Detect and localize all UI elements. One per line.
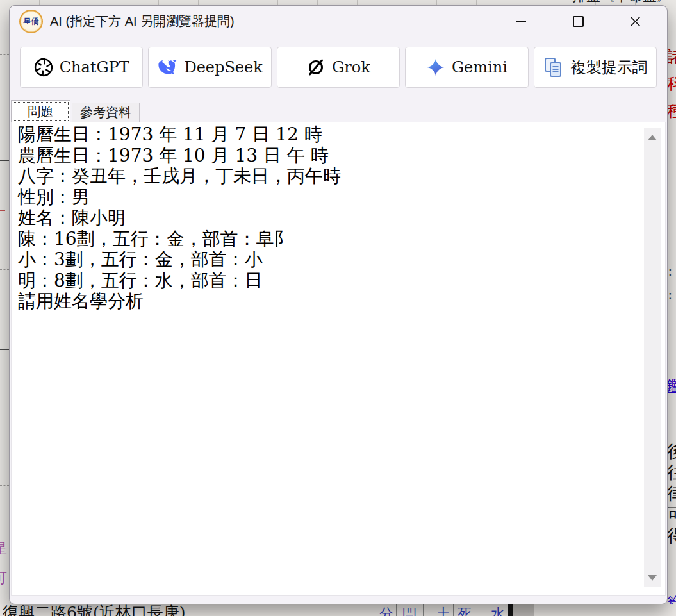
chatgpt-button-label: ChatGPT — [60, 58, 129, 76]
background-rule — [0, 210, 5, 211]
minimize-button[interactable] — [503, 6, 539, 36]
background-char-fragment: ∶ — [668, 290, 672, 303]
question-line: 農曆生日：1973 年 10 月 13 日 午 時 — [18, 146, 659, 167]
app-logo-icon: 星僑 — [19, 10, 43, 33]
background-table-line — [479, 604, 479, 616]
background-rule — [0, 160, 9, 161]
background-right-strip: 諸 科 種 ∶ ∶ 鑑 後 往 律 可 得 籤 — [666, 6, 676, 616]
background-address-text: 復興二路6號(近林口長庚) — [3, 604, 185, 616]
background-char-fragment: 星 — [0, 542, 7, 556]
background-char-fragment: 諸 — [667, 48, 676, 65]
chatgpt-icon — [34, 58, 53, 77]
question-line: 陽曆生日：1973 年 11 月 7 日 12 時 — [18, 124, 659, 146]
copy-icon — [543, 56, 565, 78]
background-bar — [513, 604, 534, 616]
question-textbox[interactable]: 陽曆生日：1973 年 11 月 7 日 12 時 農曆生日：1973 年 10… — [12, 122, 665, 314]
question-tab-panel: 陽曆生日：1973 年 11 月 7 日 12 時 農曆生日：1973 年 10… — [11, 122, 666, 596]
close-icon — [630, 16, 641, 27]
background-rule — [0, 269, 9, 270]
gemini-button[interactable]: Gemini — [405, 47, 528, 88]
background-rule — [0, 349, 9, 350]
tab-reference[interactable]: 參考資料 — [72, 103, 140, 122]
background-char-fragment: 律 — [667, 485, 676, 502]
background-char-fragment: 水 — [491, 604, 505, 616]
background-char-fragment: 得 — [667, 527, 676, 544]
question-line: 請用姓名學分析 — [18, 291, 659, 312]
maximize-button[interactable] — [560, 6, 596, 36]
scroll-down-icon[interactable] — [648, 575, 657, 581]
background-char-fragment: 可 — [0, 571, 7, 585]
question-line: 八字：癸丑年，壬戌月，丁未日，丙午時 — [18, 166, 659, 187]
grok-icon — [306, 58, 326, 77]
background-char-fragment: 後 — [667, 442, 676, 460]
background-char-fragment: 土 — [436, 604, 450, 616]
background-table-line — [396, 604, 397, 616]
chatgpt-button[interactable]: ChatGPT — [20, 47, 143, 88]
background-char-fragment: 往 — [667, 463, 676, 481]
background-char-fragment: 可 — [667, 506, 676, 523]
question-line: 小：3劃，五行：金，部首：小 — [18, 249, 659, 271]
background-bottom-strip: 復興二路6號(近林口長庚) 分 閂 土 死 水 — [0, 604, 676, 616]
tab-reference-label: 參考資料 — [80, 104, 131, 121]
background-table-line — [358, 604, 358, 616]
deepseek-icon — [157, 59, 177, 76]
tab-question-label: 問題 — [28, 103, 54, 121]
background-char-fragment: 科 — [667, 75, 676, 92]
deepseek-button-label: DeepSeek — [184, 58, 262, 76]
background-char-fragment: 分 — [379, 604, 393, 616]
copy-prompt-button-label: 複製提示詞 — [571, 57, 648, 78]
background-table-line — [453, 604, 454, 616]
background-char-fragment: 種 — [667, 103, 676, 119]
question-line: 明：8劃，五行：水，部首：日 — [18, 271, 659, 292]
background-rule — [0, 54, 9, 55]
question-line: 姓名：陳小明 — [18, 208, 659, 229]
background-char-fragment: 閂 — [402, 604, 416, 616]
background-link-fragment: 鑑 — [666, 378, 676, 393]
minimize-icon — [516, 21, 526, 22]
copy-prompt-button[interactable]: 複製提示詞 — [534, 47, 657, 88]
window-controls — [503, 6, 667, 36]
background-text-fragment: 排盤《本命盤》 — [572, 0, 671, 3]
background-char-fragment: ∶ — [668, 266, 672, 279]
scroll-up-icon[interactable] — [648, 135, 657, 140]
background-table-line — [377, 604, 377, 616]
background-table-line — [423, 604, 424, 616]
ai-dialog-window: 星僑 AI (指定下方 AI 另開瀏覽器提問) — [9, 5, 668, 604]
gemini-icon — [426, 58, 445, 77]
ai-button-row: ChatGPT DeepSeek Grok — [10, 37, 667, 88]
close-button[interactable] — [617, 6, 653, 36]
title-bar[interactable]: 星僑 AI (指定下方 AI 另開瀏覽器提問) — [10, 6, 667, 37]
question-line: 性別：男 — [18, 187, 659, 208]
background-rule — [0, 485, 9, 486]
grok-button-label: Grok — [332, 58, 370, 76]
question-line: 陳：16劃，五行：金，部首：阜阝 — [18, 229, 659, 250]
grok-button[interactable]: Grok — [277, 47, 400, 88]
window-title: AI (指定下方 AI 另開瀏覽器提問) — [50, 13, 235, 30]
background-char-fragment: 死 — [458, 604, 472, 616]
tab-question[interactable]: 問題 — [11, 100, 70, 122]
background-bar — [508, 604, 513, 616]
tab-strip: 問題 參考資料 — [11, 100, 140, 122]
background-left-strip: 星 可 — [0, 6, 9, 616]
vertical-scrollbar[interactable] — [644, 128, 661, 587]
gemini-button-label: Gemini — [452, 58, 507, 76]
deepseek-button[interactable]: DeepSeek — [148, 47, 271, 88]
maximize-icon — [573, 16, 584, 27]
